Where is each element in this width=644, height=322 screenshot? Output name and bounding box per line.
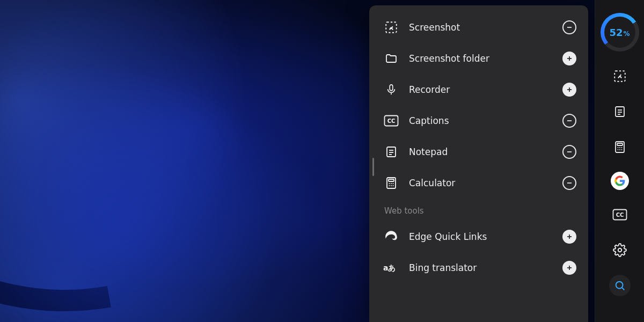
calculator-icon — [383, 176, 399, 190]
svg-line-46 — [622, 288, 624, 290]
section-title-web-tools: Web tools — [369, 199, 588, 221]
tools-list: Screenshot Screenshot folder — [369, 12, 588, 283]
svg-rect-16 — [389, 179, 394, 181]
svg-point-38 — [621, 147, 622, 148]
svg-text:CC: CC — [387, 118, 396, 124]
svg-point-17 — [389, 183, 390, 184]
remove-button[interactable] — [562, 145, 576, 159]
svg-point-44 — [618, 248, 621, 252]
scroll-indicator[interactable] — [372, 158, 374, 176]
svg-point-21 — [391, 185, 392, 186]
tool-row-captions[interactable]: CC Captions — [369, 105, 588, 136]
tool-row-screenshot[interactable]: Screenshot — [369, 12, 588, 43]
svg-rect-30 — [616, 107, 624, 116]
add-button[interactable] — [562, 261, 576, 275]
rail-search-icon[interactable] — [609, 275, 631, 296]
svg-point-40 — [619, 149, 620, 150]
screenshot-icon — [383, 20, 399, 34]
rail-settings-icon[interactable] — [609, 239, 631, 261]
svg-rect-10 — [387, 147, 396, 157]
tool-label: Captions — [399, 115, 562, 126]
svg-point-20 — [389, 185, 390, 186]
remove-button[interactable] — [562, 176, 576, 190]
svg-point-39 — [617, 149, 618, 150]
svg-rect-35 — [617, 143, 623, 145]
tool-label: Screenshot folder — [399, 53, 562, 64]
svg-point-22 — [393, 185, 394, 186]
microphone-icon — [383, 83, 399, 97]
tool-label: Notepad — [399, 147, 562, 157]
captions-icon: CC — [383, 115, 399, 127]
gauge-value: 52% — [609, 27, 630, 38]
svg-point-19 — [393, 183, 394, 184]
add-button[interactable] — [562, 83, 576, 97]
tool-row-screenshot-folder[interactable]: Screenshot folder — [369, 43, 588, 74]
svg-text:aあ: aあ — [383, 264, 396, 272]
tool-row-bing-translator[interactable]: aあ Bing translator — [369, 252, 588, 283]
edge-icon — [383, 230, 399, 244]
svg-text:CC: CC — [616, 212, 624, 218]
rail-calculator-icon[interactable] — [609, 136, 631, 158]
remove-button[interactable] — [562, 114, 576, 128]
svg-rect-4 — [390, 85, 393, 91]
tool-label: Screenshot — [399, 22, 562, 33]
rail-notepad-icon[interactable] — [609, 101, 631, 122]
notepad-icon — [383, 145, 399, 159]
add-button[interactable] — [562, 52, 576, 65]
svg-point-37 — [619, 147, 620, 148]
usage-gauge[interactable]: 52% — [601, 13, 639, 52]
translator-icon: aあ — [383, 262, 399, 274]
tool-label: Edge Quick Links — [399, 231, 562, 242]
add-button[interactable] — [562, 230, 576, 244]
tools-panel: Screenshot Screenshot folder — [369, 5, 588, 322]
folder-icon — [383, 52, 399, 65]
tool-label: Recorder — [399, 84, 562, 95]
rail-screenshot-icon[interactable] — [609, 65, 631, 87]
svg-point-18 — [391, 183, 392, 184]
remove-button[interactable] — [562, 20, 576, 34]
sidebar-rail: 52% — [595, 0, 644, 322]
tool-label: Calculator — [399, 178, 562, 188]
rail-captions-icon[interactable]: CC — [609, 204, 631, 225]
svg-point-45 — [616, 282, 623, 289]
tool-label: Bing translator — [399, 262, 562, 273]
tool-row-edge-quick-links[interactable]: Edge Quick Links — [369, 221, 588, 252]
svg-point-41 — [621, 149, 622, 150]
tool-row-recorder[interactable]: Recorder — [369, 74, 588, 105]
svg-point-36 — [617, 147, 618, 148]
tool-row-notepad[interactable]: Notepad — [369, 136, 588, 167]
tool-row-calculator[interactable]: Calculator — [369, 167, 588, 199]
rail-google-icon[interactable] — [611, 172, 629, 190]
